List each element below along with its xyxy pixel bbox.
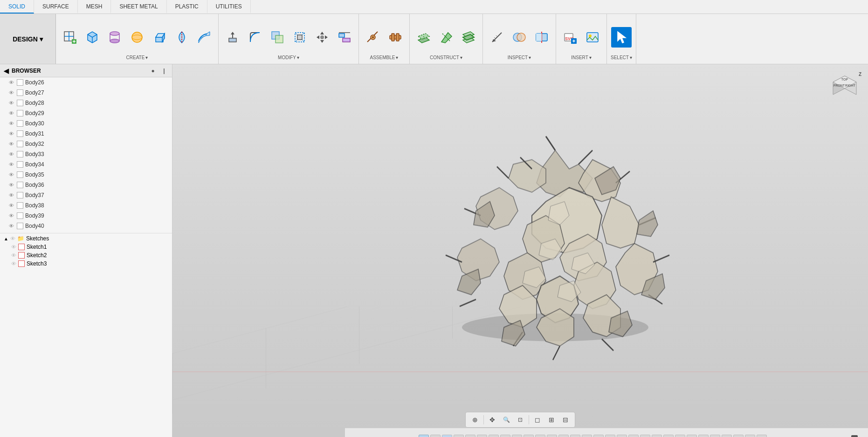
display-settings-button[interactable]: ◻ bbox=[531, 413, 544, 426]
visibility-icon[interactable]: 👁 bbox=[7, 130, 15, 137]
list-item[interactable]: 👁 Body38 bbox=[0, 200, 172, 211]
timeline-op-24[interactable]: ◯ bbox=[687, 435, 697, 437]
timeline-op-28[interactable]: ◳ bbox=[733, 435, 744, 437]
combine-button[interactable] bbox=[267, 27, 288, 48]
visibility-icon[interactable]: 👁 bbox=[7, 191, 15, 199]
timeline-op-9[interactable]: ▣ bbox=[512, 435, 522, 437]
timeline-op-13[interactable]: ⊟ bbox=[558, 435, 569, 437]
new-sketch-button[interactable] bbox=[60, 27, 80, 48]
move-button[interactable] bbox=[312, 27, 332, 48]
joint-button[interactable] bbox=[363, 27, 383, 48]
list-item[interactable]: 👁 Body34 bbox=[0, 159, 172, 170]
list-item[interactable]: 👁 Body37 bbox=[0, 190, 172, 200]
list-item[interactable]: 👁 Body39 bbox=[0, 211, 172, 221]
timeline-op-22[interactable]: ◭ bbox=[663, 435, 674, 437]
list-item[interactable]: 👁 Body28 bbox=[0, 98, 172, 108]
tab-solid[interactable]: SOLID bbox=[0, 0, 34, 14]
tab-surface[interactable]: SURFACE bbox=[34, 0, 78, 14]
visibility-icon[interactable]: 👁 bbox=[7, 109, 15, 117]
visibility-icon[interactable]: 👁 bbox=[7, 140, 15, 148]
sketch-item[interactable]: 👁 Sketch3 bbox=[0, 259, 172, 268]
timeline-op-30[interactable]: ◵ bbox=[757, 435, 767, 437]
sweep-button[interactable] bbox=[194, 27, 214, 48]
timeline-cursor[interactable] bbox=[851, 435, 858, 437]
visibility-icon[interactable]: 👁 bbox=[7, 150, 15, 158]
tab-plastic[interactable]: PLASTIC bbox=[167, 0, 207, 14]
pan-button[interactable]: ✥ bbox=[486, 413, 499, 426]
design-dropdown-button[interactable]: DESIGN ▾ bbox=[0, 14, 56, 64]
timeline-op-19[interactable]: ⬢ bbox=[628, 435, 639, 437]
list-item[interactable]: 👁 Body33 bbox=[0, 149, 172, 159]
align-button[interactable] bbox=[334, 27, 355, 48]
browser-settings-icon[interactable]: ● bbox=[149, 67, 157, 75]
orbit-button[interactable]: ⊕ bbox=[468, 413, 482, 426]
timeline-op-18[interactable]: ⬡ bbox=[617, 435, 627, 437]
timeline-op-23[interactable]: ◮ bbox=[675, 435, 685, 437]
timeline-op-20[interactable]: ⬣ bbox=[640, 435, 650, 437]
go-to-start-button[interactable]: ⏮ bbox=[349, 434, 361, 437]
visibility-icon[interactable]: 👁 bbox=[7, 79, 15, 86]
timeline-op-4[interactable]: ◎ bbox=[454, 435, 464, 437]
collapse-arrow[interactable]: ◀ bbox=[4, 67, 9, 75]
zoom-fit-button[interactable]: ⊡ bbox=[514, 413, 527, 426]
select-label[interactable]: SELECT ▾ bbox=[611, 55, 632, 62]
timeline-op-29[interactable]: ◴ bbox=[745, 435, 755, 437]
timeline-op-14[interactable]: ≡ bbox=[570, 435, 580, 437]
step-forward-button[interactable]: ▶▶ bbox=[391, 434, 403, 437]
visibility-icon[interactable]: 👁 bbox=[7, 89, 15, 96]
timeline-op-15[interactable]: ⊠ bbox=[582, 435, 592, 437]
timeline-op-26[interactable]: ◱ bbox=[710, 435, 720, 437]
sphere-button[interactable] bbox=[127, 27, 147, 48]
timeline-op-1[interactable]: S bbox=[419, 435, 429, 437]
view-layout-button[interactable]: ⊟ bbox=[559, 413, 572, 426]
go-to-end-button[interactable]: ⏭ bbox=[405, 434, 417, 437]
grid-settings-button[interactable]: ⊞ bbox=[545, 413, 558, 426]
press-pull-button[interactable] bbox=[222, 27, 243, 48]
assemble-label[interactable]: ASSEMBLE ▾ bbox=[370, 55, 399, 62]
list-item[interactable]: 👁 Body40 bbox=[0, 221, 172, 231]
measure-button[interactable] bbox=[487, 27, 507, 48]
sketches-visibility-icon[interactable]: 👁 bbox=[10, 236, 15, 241]
sketch-item[interactable]: 👁 Sketch1 bbox=[0, 243, 172, 251]
browser-pin-icon[interactable]: | bbox=[160, 67, 168, 75]
interference-button[interactable] bbox=[509, 27, 530, 48]
timeline-op-21[interactable]: ◬ bbox=[652, 435, 662, 437]
sketch2-visibility-icon[interactable]: 👁 bbox=[11, 253, 16, 258]
visibility-icon[interactable]: 👁 bbox=[7, 222, 15, 230]
visibility-icon[interactable]: 👁 bbox=[7, 181, 15, 189]
modify-label[interactable]: MODIFY ▾ bbox=[278, 55, 299, 62]
tab-mesh[interactable]: MESH bbox=[78, 0, 111, 14]
offset-plane-button[interactable] bbox=[413, 27, 434, 48]
visibility-icon[interactable]: 👁 bbox=[7, 212, 15, 219]
view-cube-svg[interactable]: Z FRONT RIGHT TOP bbox=[826, 69, 863, 111]
play-button[interactable]: ▶ bbox=[377, 434, 389, 437]
sketch3-visibility-icon[interactable]: 👁 bbox=[11, 261, 16, 266]
scale-button[interactable] bbox=[289, 27, 310, 48]
list-item[interactable]: 👁 Body26 bbox=[0, 77, 172, 88]
timeline-op-3[interactable]: ⊡ bbox=[442, 435, 452, 437]
visibility-icon[interactable]: 👁 bbox=[7, 171, 15, 178]
step-back-button[interactable]: ◀ bbox=[363, 434, 375, 437]
sketch-item[interactable]: 👁 Sketch2 bbox=[0, 251, 172, 259]
list-item[interactable]: 👁 Body36 bbox=[0, 180, 172, 190]
zoom-button[interactable]: 🔍 bbox=[500, 413, 513, 426]
list-item[interactable]: 👁 Body35 bbox=[0, 170, 172, 180]
extrude-button[interactable] bbox=[149, 27, 170, 48]
plane-at-angle-button[interactable] bbox=[436, 27, 456, 48]
visibility-icon[interactable]: 👁 bbox=[7, 161, 15, 168]
create-label[interactable]: CREATE ▾ bbox=[126, 55, 148, 62]
timeline-op-17[interactable]: ◫ bbox=[605, 435, 615, 437]
visibility-icon[interactable]: 👁 bbox=[7, 202, 15, 209]
revolve-button[interactable] bbox=[172, 27, 192, 48]
3d-viewport[interactable]: Z FRONT RIGHT TOP ⊕ ✥ 🔍 ⊡ ◻ ⊞ ⊟ ⏮ bbox=[172, 64, 868, 437]
timeline-op-12[interactable]: ⊞ bbox=[547, 435, 557, 437]
visibility-icon[interactable]: 👁 bbox=[7, 120, 15, 127]
timeline-op-7[interactable]: ● bbox=[489, 435, 499, 437]
visibility-icon[interactable]: 👁 bbox=[7, 99, 15, 107]
list-item[interactable]: 👁 Body32 bbox=[0, 139, 172, 149]
cylinder-button[interactable] bbox=[104, 27, 125, 48]
timeline-op-10[interactable]: ◈ bbox=[524, 435, 534, 437]
tab-utilities[interactable]: UTILITIES bbox=[207, 0, 251, 14]
timeline-op-27[interactable]: ◲ bbox=[722, 435, 732, 437]
sketches-section-header[interactable]: ▲ 👁 📁 Sketches bbox=[0, 233, 172, 243]
